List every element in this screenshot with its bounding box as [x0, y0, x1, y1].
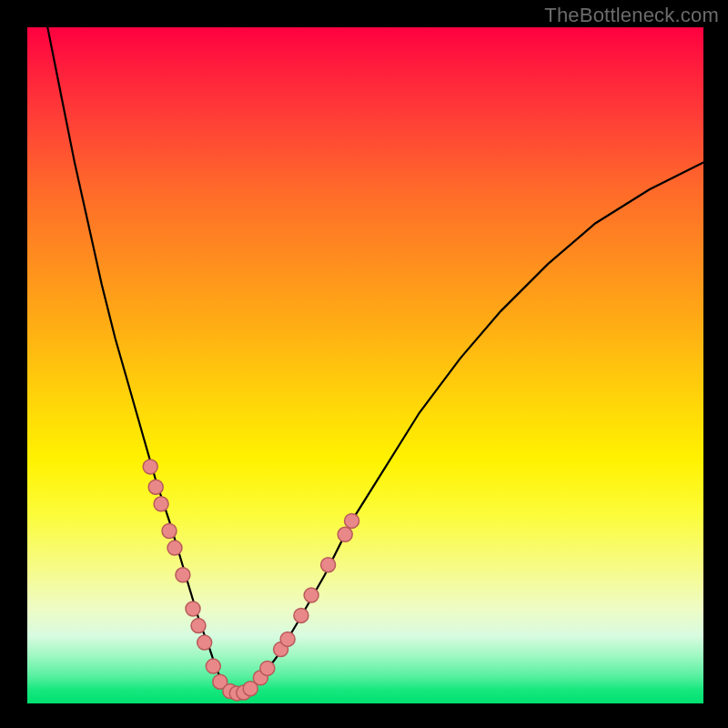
curve-marker	[197, 635, 212, 650]
watermark-text: TheBottleneck.com	[544, 4, 719, 27]
curve-marker	[304, 588, 318, 602]
plot-area	[27, 27, 703, 703]
bottleneck-curve	[47, 27, 703, 693]
curve-marker	[143, 460, 157, 474]
curve-marker	[154, 497, 168, 511]
chart-frame: TheBottleneck.com	[0, 0, 728, 728]
marker-group	[143, 460, 359, 701]
curve-marker	[338, 527, 352, 541]
curve-marker	[280, 632, 295, 646]
curve-marker	[345, 513, 359, 528]
curve-marker	[294, 608, 308, 622]
curve-marker	[176, 568, 190, 582]
curve-marker	[162, 524, 177, 539]
curve-marker	[186, 602, 200, 616]
curve-marker	[321, 558, 336, 572]
curve-marker	[191, 619, 206, 633]
curve-marker	[148, 480, 163, 494]
curve-marker	[206, 659, 220, 673]
curve-svg	[27, 27, 703, 703]
curve-marker	[260, 661, 275, 675]
curve-marker	[167, 541, 182, 555]
